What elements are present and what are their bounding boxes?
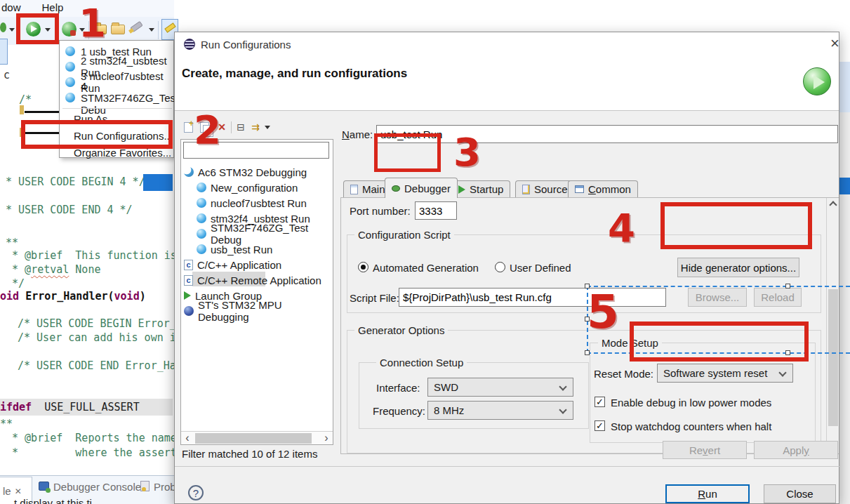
code-line: /* xyxy=(19,93,32,106)
selection-handle[interactable] xyxy=(785,284,790,289)
selection-handle[interactable] xyxy=(585,350,590,355)
eclipse-icon xyxy=(184,39,195,50)
run-banner-icon xyxy=(803,67,831,95)
tree-item-st-stm32-mpu-debugging[interactable]: ST's STM32 MPU Debugging xyxy=(184,304,333,318)
tree-item-stm32f746zg-test-debug[interactable]: STM32F746ZG_Test Debug xyxy=(197,227,333,241)
close-button[interactable]: Close xyxy=(764,484,836,503)
run-config-sphere-icon xyxy=(197,183,206,192)
mpu-sphere-icon xyxy=(184,306,194,316)
hide-generator-options-button[interactable]: Hide generator options... xyxy=(677,258,799,277)
scrollbar-thumb[interactable] xyxy=(828,289,838,426)
tree-item-nucleof7usbtest-run[interactable]: nucleof7usbtest Run xyxy=(197,196,307,210)
run-button[interactable]: Run xyxy=(665,484,750,503)
tab-debugger-console[interactable]: Debugger Console xyxy=(53,481,141,493)
tree-item-ac6-stm32-debugging[interactable]: Ac6 STM32 Debugging xyxy=(184,165,307,179)
script-file-input[interactable] xyxy=(399,288,666,307)
annotation-number-4: 4 xyxy=(608,205,635,251)
user-defined-radio[interactable] xyxy=(495,262,505,272)
debug-dropdown-icon[interactable] xyxy=(9,28,15,32)
text-selection-highlight xyxy=(839,178,850,194)
interface-value: SWD xyxy=(434,381,458,393)
collapse-all-button[interactable]: ⊟ xyxy=(234,121,247,133)
dialog-close-icon[interactable]: × xyxy=(830,37,839,51)
dashed-selection-top xyxy=(587,286,850,287)
code-line: */ xyxy=(6,277,25,290)
mark-dropdown-icon[interactable] xyxy=(149,28,154,32)
collapse-all-icon: ⊟ xyxy=(237,121,245,133)
code-line: /* User can add his own im xyxy=(18,331,182,344)
chevron-down-icon xyxy=(559,383,566,390)
run-config-icon xyxy=(65,93,75,102)
tree-item-cpp-application[interactable]: cC/C++ Application xyxy=(184,258,281,272)
console-badge-icon xyxy=(46,488,51,493)
run-config-sphere-icon xyxy=(197,198,206,208)
code-line: * @retval None xyxy=(6,263,100,276)
filter-dropdown-icon[interactable] xyxy=(265,126,270,129)
tab-startup[interactable]: Startup xyxy=(451,180,510,197)
annotation-box-step2 xyxy=(21,120,173,149)
chevron-down-icon xyxy=(559,406,566,413)
import-icon[interactable] xyxy=(111,25,125,34)
tab-common[interactable]: Common xyxy=(568,180,638,197)
background-strip xyxy=(839,0,850,62)
external-tools-badge xyxy=(70,30,76,36)
debug-icon[interactable] xyxy=(0,22,6,32)
mark-occurrences-icon[interactable] xyxy=(130,21,143,32)
stop-watchdog-checkbox[interactable]: ✓ xyxy=(595,420,605,431)
menu-separator xyxy=(62,108,172,109)
reset-mode-dropdown[interactable]: Software system reset xyxy=(657,364,793,383)
filter-button[interactable]: ⇉ xyxy=(249,121,262,133)
frequency-dropdown[interactable]: 8 MHz xyxy=(427,401,573,420)
tab-label: Debugger xyxy=(404,183,451,194)
run-config-sphere-icon xyxy=(197,213,206,223)
tree-item-new-configuration[interactable]: New_configuration xyxy=(197,180,298,194)
footer-separator xyxy=(175,466,840,467)
scroll-left-icon[interactable]: ‹ xyxy=(181,432,194,444)
port-number-label: Port number: xyxy=(350,205,411,217)
run-config-sphere-icon xyxy=(197,229,206,239)
code-line: * USER CODE END 4 */ xyxy=(6,204,133,216)
frequency-label: Frequency: xyxy=(373,405,425,417)
dialog-titlebar: Run Configurations × xyxy=(175,32,839,57)
apply-button[interactable]: Apply xyxy=(754,441,838,459)
interface-dropdown[interactable]: SWD xyxy=(427,378,573,397)
tab-close-icon[interactable]: ✕ xyxy=(15,486,22,496)
tab-debugger[interactable]: Debugger xyxy=(385,178,458,198)
tree-item-label: usb_test Run xyxy=(211,244,272,256)
configuration-script-legend: Configuration Script xyxy=(354,229,454,241)
code-line: ** xyxy=(0,418,13,430)
tree-item-label: ST's STM32 MPU Debugging xyxy=(198,299,333,323)
vertical-scrollbar[interactable] xyxy=(826,198,839,453)
tab-source[interactable]: Source xyxy=(515,180,575,197)
run-config-icon xyxy=(65,62,75,72)
source-tab-icon xyxy=(522,185,530,194)
scroll-up-icon[interactable] xyxy=(829,201,837,208)
port-number-input[interactable] xyxy=(415,201,457,220)
new-configuration-button[interactable]: + xyxy=(182,121,194,133)
dialog-banner: Create, manage, and run configurations xyxy=(175,57,839,111)
automated-generation-radio[interactable] xyxy=(358,262,368,272)
code-line: * USER CODE BEGIN 4 */ xyxy=(6,175,145,188)
check-icon: ✓ xyxy=(596,420,604,431)
annotation-number-3: 3 xyxy=(453,129,481,175)
scrollbar-thumb[interactable] xyxy=(195,433,312,444)
enable-debug-low-power-checkbox[interactable]: ✓ xyxy=(595,397,605,407)
tree-item-label: C/C++ Application xyxy=(197,259,281,271)
name-label: Name: xyxy=(342,128,373,140)
name-input[interactable] xyxy=(376,125,838,143)
menu-item-stm32f746zg-test[interactable]: 4 STM32F746ZG_Test Debu xyxy=(60,90,173,105)
revert-button[interactable]: Revert xyxy=(663,441,747,459)
tree-item-cpp-remote-application[interactable]: cC/C++ Remote Application xyxy=(184,273,321,287)
scroll-right-icon[interactable]: › xyxy=(320,432,333,444)
external-tools-icon[interactable] xyxy=(62,22,77,37)
browse-button[interactable]: Browse... xyxy=(688,288,747,307)
horizontal-scrollbar[interactable]: ‹ › xyxy=(181,431,333,444)
help-button[interactable]: ? xyxy=(188,485,204,500)
chevron-down-icon xyxy=(778,369,786,376)
automated-generation-label: Automated Generation xyxy=(373,262,479,274)
tree-item-usb-test-run[interactable]: usb_test Run xyxy=(197,242,272,256)
tab-label: Common xyxy=(588,183,631,195)
tab-problems-fragment[interactable]: Prob xyxy=(154,481,176,493)
banner-text: Create, manage, and run configurations xyxy=(182,67,407,81)
reload-button[interactable]: Reload xyxy=(754,288,802,307)
